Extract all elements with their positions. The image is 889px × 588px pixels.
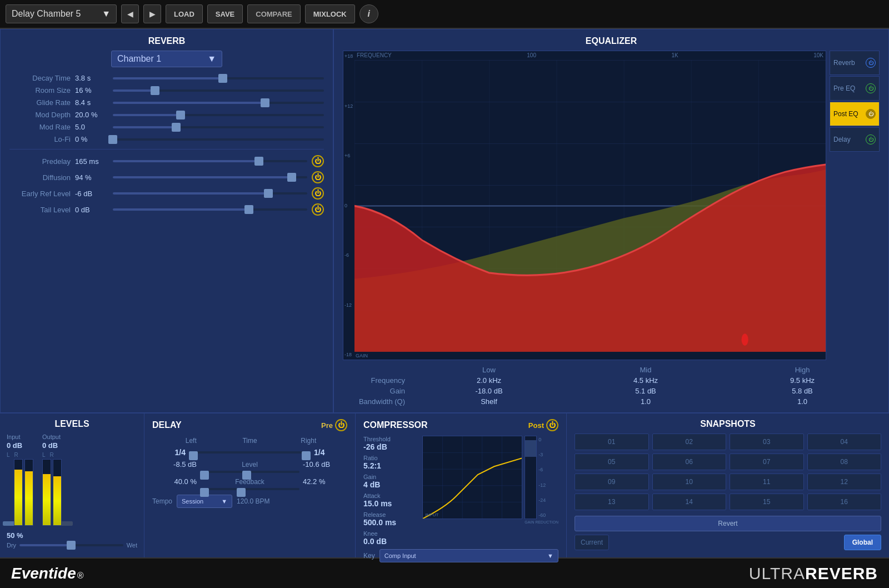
eq-gain-mid[interactable]: 5.1 dB: [568, 387, 723, 395]
eq-bw-high[interactable]: 1.0: [725, 397, 880, 406]
eq-gain-high[interactable]: 5.8 dB: [725, 387, 880, 395]
delay-left-feedback: 40.0 %: [152, 477, 197, 486]
reverb-slider-5[interactable]: [113, 138, 324, 141]
reverb-power-btn-2[interactable]: ⏻: [312, 187, 324, 200]
reverb-param2-value-2: -6 dB: [75, 190, 108, 198]
delay-channel-headers: Left Time Right: [152, 437, 347, 445]
eq-tab-delay-power[interactable]: ⏻: [866, 134, 876, 144]
snapshot-item-04[interactable]: 04: [807, 433, 882, 450]
snapshot-item-15[interactable]: 15: [730, 494, 804, 510]
delay-left-level: -8.5 dB: [152, 460, 197, 469]
reverb-slider-1[interactable]: [113, 89, 324, 92]
reverb-power-btn-1[interactable]: ⏻: [312, 171, 324, 183]
snapshot-item-05[interactable]: 05: [575, 454, 649, 470]
reverb-slider2-1[interactable]: [113, 176, 307, 178]
snapshot-item-12[interactable]: 12: [807, 474, 882, 490]
wet-label: Wet: [127, 542, 137, 549]
input-meter-group: Input 0 dB L R: [7, 433, 33, 526]
input-meter-l: [14, 459, 23, 526]
eq-freq-low[interactable]: 2.0 kHz: [412, 376, 566, 385]
eq-tab-posteq[interactable]: Post EQ ⏻: [830, 102, 880, 126]
nav-next-button[interactable]: ▶: [143, 4, 161, 23]
delay-power-button[interactable]: ⏻: [335, 419, 347, 431]
eq-params-table: Low Mid High Frequency 2.0 kHz 4.5 kHz 9…: [343, 366, 880, 406]
reverb-params-group2: Predelay165 ms⏻Diffusion94 %⏻Early Ref L…: [9, 155, 324, 216]
mixlock-button[interactable]: MIXLOCK: [305, 4, 355, 23]
eq-bw-low[interactable]: Shelf: [412, 397, 566, 406]
snapshot-item-09[interactable]: 09: [575, 474, 649, 490]
delay-right-label: Right: [270, 437, 348, 445]
input-fader[interactable]: [7, 494, 12, 526]
delay-feedback-slider[interactable]: [200, 488, 299, 490]
snapshot-item-14[interactable]: 14: [652, 494, 727, 510]
eq-tab-preeq[interactable]: Pre EQ ⏻: [830, 76, 880, 101]
eq-gain-low[interactable]: -18.0 dB: [412, 387, 566, 395]
snapshot-item-13[interactable]: 13: [575, 494, 649, 510]
eq-tab-preeq-power[interactable]: ⏻: [866, 83, 876, 93]
comp-ratio: Ratio 5.2:1: [363, 455, 417, 470]
snapshot-item-03[interactable]: 03: [730, 433, 804, 450]
global-button[interactable]: Global: [844, 535, 881, 550]
freq-label-10k: 10K: [813, 52, 823, 58]
snapshot-item-02[interactable]: 02: [652, 433, 727, 450]
output-meter-group: Output 0 dB L R: [42, 433, 69, 526]
snapshot-item-01[interactable]: 01: [575, 433, 649, 450]
snapshot-grid: 01020304050607080910111213141516: [575, 433, 881, 510]
revert-button[interactable]: Revert: [575, 516, 881, 531]
eq-tab-reverb-power[interactable]: ⏻: [866, 58, 876, 68]
current-button[interactable]: Current: [575, 535, 609, 550]
delay-time-slider[interactable]: [189, 451, 311, 454]
reverb-slider-2[interactable]: [113, 102, 324, 104]
reverb-slider-0[interactable]: [113, 77, 324, 79]
eq-freq-mid[interactable]: 4.5 kHz: [568, 376, 723, 385]
snapshot-item-08[interactable]: 08: [807, 454, 882, 470]
snapshot-item-06[interactable]: 06: [652, 454, 727, 470]
delay-level-slider[interactable]: [200, 471, 299, 473]
comp-gr-meter-container: 0 -3 -6 -12 -24 -60 GAIN REDUCTION: [525, 436, 558, 524]
reverb-param2-label-3: Tail Level: [9, 206, 71, 214]
delay-right-level: -10.6 dB: [303, 460, 347, 469]
snapshot-item-11[interactable]: 11: [730, 474, 804, 490]
reverb-slider2-2[interactable]: [113, 192, 307, 195]
snapshot-item-10[interactable]: 10: [652, 474, 727, 490]
reverb-type-selector[interactable]: Chamber 1 ▼: [111, 51, 222, 67]
comp-power-icon: ⏻: [549, 421, 556, 429]
output-fader[interactable]: [63, 499, 69, 526]
snapshot-item-07[interactable]: 07: [730, 454, 804, 470]
reverb-power-btn-0[interactable]: ⏻: [312, 155, 324, 167]
preset-selector[interactable]: Delay Chamber 5 ▼: [6, 4, 117, 23]
nav-prev-button[interactable]: ◀: [121, 4, 139, 23]
eq-tab-delay[interactable]: Delay ⏻: [830, 127, 880, 152]
delay-level-slider-row: [152, 471, 347, 473]
eventide-brand: Eventide ®: [11, 565, 84, 582]
mix-slider[interactable]: [19, 544, 123, 546]
comp-power-button[interactable]: ⏻: [546, 419, 558, 431]
eq-tab-reverb-label: Reverb: [833, 59, 855, 67]
reverb-slider-3[interactable]: [113, 114, 324, 116]
reverb-param-label-3: Mod Depth: [9, 111, 71, 119]
info-button[interactable]: i: [359, 4, 378, 23]
input-lr-labels: L R: [7, 452, 33, 458]
eq-freq-high[interactable]: 9.5 kHz: [725, 376, 880, 385]
load-button[interactable]: LOAD: [166, 4, 203, 23]
freq-label-1k: 1K: [671, 52, 678, 58]
reverb-slider-4[interactable]: [113, 126, 324, 128]
comp-key-selector[interactable]: Comp Input ▼: [379, 549, 558, 562]
compare-button[interactable]: COMPARE: [247, 4, 300, 23]
comp-main: Threshold -26 dB Ratio 5.2:1 Gain 4 dB A…: [363, 436, 558, 546]
snapshot-actions: Revert Current Global: [575, 510, 881, 550]
eq-display-area[interactable]: FREQUENCY 100 1K 10K +18 +12 +6 0 -6 -12…: [343, 51, 826, 360]
reverb-slider2-3[interactable]: [113, 208, 307, 211]
eq-tab-posteq-power[interactable]: ⏻: [866, 109, 876, 119]
comp-threshold: Threshold -26 dB: [363, 436, 417, 451]
reverb-type-arrow: ▼: [207, 54, 216, 64]
levels-section: LEVELS Input 0 dB L R: [0, 413, 144, 557]
eq-tab-reverb[interactable]: Reverb ⏻: [830, 51, 880, 75]
delay-left-time: 1/4: [152, 448, 186, 457]
save-button[interactable]: SAVE: [207, 4, 243, 23]
reverb-power-btn-3[interactable]: ⏻: [312, 203, 324, 216]
reverb-param-3: Mod Depth20.0 %: [9, 111, 324, 119]
eq-bw-mid[interactable]: 1.0: [568, 397, 723, 406]
snapshot-item-16[interactable]: 16: [807, 494, 882, 510]
reverb-slider2-0[interactable]: [113, 160, 307, 162]
